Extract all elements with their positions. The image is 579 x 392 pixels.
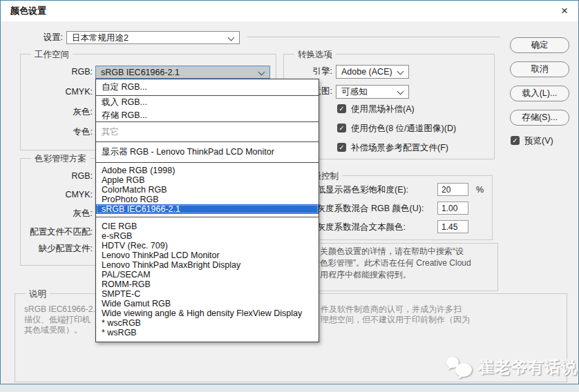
description-title: 说明 <box>26 288 50 300</box>
help-note-line: 有关颜色设置的详情，请在帮助中搜索“设 <box>312 246 464 257</box>
dither-checkbox[interactable]: ✓ <box>337 124 346 133</box>
check-icon: ✓ <box>512 137 518 144</box>
policies-cmyk-label: CMYK: <box>10 188 93 202</box>
working-spot-label: 专色: <box>23 126 93 139</box>
cancel-button[interactable]: 取消 <box>510 61 569 77</box>
blend-rgb-input[interactable] <box>437 202 468 215</box>
working-rgb-label: RGB: <box>23 66 93 79</box>
conversion-title: 转换选项 <box>294 49 336 60</box>
working-cmyk-label: CMYK: <box>23 86 93 99</box>
check-icon: ✓ <box>339 124 344 132</box>
dropdown-item[interactable]: * wsRGB <box>96 328 319 337</box>
settings-value: 日本常规用途2 <box>72 33 129 43</box>
rgb-profile-dropdown: 自定 RGB... 载入 RGB... 存储 RGB... 其它 显示器 RGB… <box>95 79 319 342</box>
preview-label: 预览(V) <box>524 135 553 146</box>
working-gray-label: 灰色: <box>23 106 93 119</box>
desaturate-label: 降低显示器色彩饱和度(E): <box>308 184 408 195</box>
load-button[interactable]: 载入(L)... <box>510 86 569 101</box>
blend-text-input[interactable] <box>437 220 468 233</box>
scene-label: 补偿场景参考配置文件(F) <box>351 142 448 153</box>
working-rgb-value: sRGB IEC61966-2.1 <box>101 68 180 77</box>
dropdown-item[interactable]: 存储 RGB... <box>96 109 319 121</box>
dropdown-item[interactable]: Apple RGB <box>96 175 319 185</box>
chat-bubbles-icon <box>444 355 475 380</box>
check-icon: ✓ <box>339 144 344 151</box>
description-text: 件及软件制造商的认可，并成为许多扫 <box>321 304 462 314</box>
policies-mismatch-label: 配置文件不匹配: <box>10 226 93 239</box>
dropdown-item[interactable]: e-sRGB <box>96 231 319 241</box>
dropdown-item-selected[interactable]: sRGB IEC61966-2.1 <box>96 204 319 214</box>
scene-checkbox[interactable]: ✓ <box>337 143 346 152</box>
settings-combobox[interactable]: 日本常规用途2 <box>66 31 240 44</box>
dropdown-item[interactable]: 自定 RGB... <box>96 79 319 95</box>
intent-combobox[interactable]: 可感知 <box>336 85 409 99</box>
help-note-line: 置色彩管理”。此术语在任何 Creative Cloud <box>312 258 471 268</box>
desktop-background <box>0 384 579 392</box>
chevron-down-icon <box>397 68 404 75</box>
dropdown-item[interactable]: ProPhoto RGB <box>96 195 319 204</box>
blackpoint-checkbox[interactable]: ✓ <box>337 104 346 113</box>
dropdown-item[interactable]: ROMM-RGB <box>96 280 319 289</box>
chevron-down-icon <box>228 35 235 41</box>
dropdown-item[interactable]: ColorMatch RGB <box>96 185 319 195</box>
dropdown-item[interactable]: Wide Gamut RGB <box>96 299 319 308</box>
chevron-down-icon <box>397 88 404 95</box>
dropdown-item[interactable]: HDTV (Rec. 709) <box>96 241 319 251</box>
dialog-title: 颜色设置 <box>10 1 46 21</box>
dropdown-item[interactable]: PAL/SECAM <box>96 270 319 280</box>
help-note-line: 应用程序中都能搜索得到。 <box>312 270 411 280</box>
settings-separator <box>247 37 500 37</box>
working-spaces-title: 工作空间 <box>31 49 73 60</box>
description-text: 描仪、低端打印机 <box>24 315 91 324</box>
desaturate-suffix: % <box>476 184 484 195</box>
dropdown-item-disabled: 其它 <box>96 122 319 141</box>
chevron-down-icon <box>258 69 265 76</box>
dropdown-item[interactable]: Lenovo ThinkPad LCD Monitor <box>96 251 319 260</box>
dropdown-item[interactable]: * wscRGB <box>96 318 319 328</box>
intent-value: 可感知 <box>341 87 368 97</box>
dropdown-item[interactable]: SMPTE-C <box>96 289 319 299</box>
policies-rgb-label: RGB: <box>10 170 93 183</box>
dropdown-item[interactable]: Wide viewing angle & High density FlexVi… <box>96 308 319 318</box>
blend-rgb-label: 用灰度系数混合 RGB 颜色(U): <box>308 203 424 214</box>
settings-label: 设置: <box>26 31 63 44</box>
policies-gray-label: 灰色: <box>10 207 93 220</box>
dropdown-item[interactable]: Lenovo ThinkPad MaxBright Display <box>96 260 319 270</box>
description-text: 理想空间，但不建议用于印前制作（因为 <box>321 315 470 324</box>
blackpoint-label: 使用黑场补偿(A) <box>351 104 415 115</box>
engine-value: Adobe (ACE) <box>341 67 392 77</box>
description-text: sRGB IEC61966-2.1: <box>24 304 102 314</box>
desaturate-input[interactable] <box>437 183 468 196</box>
close-icon[interactable]: × <box>558 4 571 18</box>
watermark: 崔老爷有话说 <box>444 355 578 380</box>
watermark-text: 崔老爷有话说 <box>478 357 578 378</box>
engine-label: 引擎: <box>284 65 332 78</box>
dropdown-item[interactable]: Adobe RGB (1998) <box>96 166 319 175</box>
dither-label: 使用仿色(8 位/通道图像)(D) <box>351 123 456 134</box>
preview-checkbox[interactable]: ✓ <box>511 136 520 145</box>
working-rgb-combobox[interactable]: sRGB IEC61966-2.1 <box>95 66 270 79</box>
color-settings-dialog: 颜色设置 × 设置: 日本常规用途2 工作空间 RGB: CMYK: 灰色: 专… <box>0 0 579 384</box>
description-text: 其色域受限）。 <box>24 325 82 335</box>
engine-combobox[interactable]: Adobe (ACE) <box>336 65 409 79</box>
policies-title: 色彩管理方案 <box>31 153 90 164</box>
dropdown-item[interactable]: 载入 RGB... <box>96 96 319 109</box>
policies-missing-label: 缺少配置文件: <box>10 242 93 255</box>
title-bar[interactable]: 颜色设置 × <box>1 1 578 21</box>
dropdown-item[interactable]: 显示器 RGB - Lenovo ThinkPad LCD Monitor <box>96 142 319 162</box>
check-icon: ✓ <box>339 105 344 112</box>
save-button[interactable]: 存储(S)... <box>510 110 569 126</box>
ok-button[interactable]: 确定 <box>510 37 569 53</box>
dropdown-item[interactable]: CIE RGB <box>96 222 319 231</box>
screen: 颜色设置 × 设置: 日本常规用途2 工作空间 RGB: CMYK: 灰色: 专… <box>0 0 579 392</box>
blend-text-label: 用灰度系数混合文本颜色: <box>308 222 406 233</box>
